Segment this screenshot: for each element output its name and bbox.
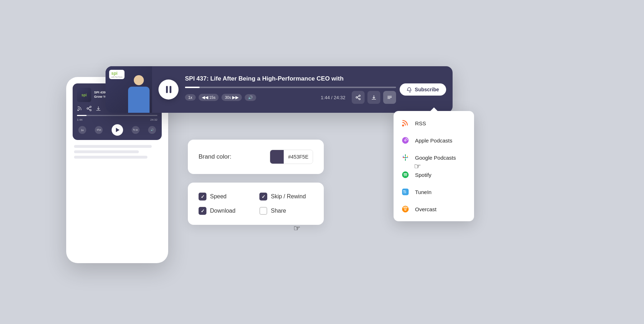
dropdown-item-tunein[interactable]: Ti TuneIn [394,183,474,200]
dropdown-item-rss[interactable]: RSS [394,115,474,132]
share-button[interactable] [352,91,365,104]
phone-text-lines [73,145,162,159]
phone-forward-button[interactable]: ↻15 [132,126,140,134]
rewind-control[interactable]: ◀◀ 15s [199,94,219,101]
phone-album-art: spi [77,88,91,102]
scene: spi SPI 439: The #1 Most Underrated Way … [0,0,644,324]
phone-share-icon [86,106,92,111]
subscribe-button[interactable]: Subscribe [400,83,446,96]
svg-rect-22 [403,157,405,158]
svg-line-10 [357,96,359,97]
phone-rss-icon [77,106,83,111]
spotify-label: Spotify [415,172,431,178]
svg-line-9 [357,98,359,99]
checkboxes-card: ✓ Speed ✓ Skip / Rewind ✓ Download [188,183,324,225]
phone-volume-button[interactable]: 🔊 [148,126,156,134]
checkbox-share-box[interactable] [259,207,267,215]
dropdown-item-spotify[interactable]: Spotify [394,166,474,183]
phone-speed-button[interactable]: 1x [78,126,86,134]
main-episode-title: SPI 437: Life After Being a High-Perform… [185,75,396,82]
dropdown-item-overcast[interactable]: Overcast [394,200,474,218]
phone-line-3 [74,156,147,159]
apple-podcasts-icon [401,136,410,145]
pause-icon [166,86,171,93]
tunein-label: TuneIn [415,189,431,195]
rss-icon [401,119,410,128]
host-body [128,87,150,113]
phone-current-time: 1:44 [77,118,83,121]
playlist-button[interactable] [383,91,396,104]
checkbox-skip-label: Skip / Rewind [271,193,306,200]
svg-line-5 [88,107,90,108]
svg-rect-18 [405,154,406,156]
checkbox-download-box[interactable]: ✓ [199,207,206,215]
checkbox-speed-label: Speed [210,193,226,200]
volume-control[interactable]: 🔊 [245,94,256,101]
download-button[interactable] [367,91,380,104]
dropdown-menu: RSS Apple Podcasts [394,111,474,221]
phone-progress-fill [77,115,87,116]
spotify-icon [401,170,410,179]
dropdown-arrow [430,107,438,111]
svg-point-14 [402,125,404,127]
svg-text:Ti: Ti [403,190,406,194]
dropdown-item-google[interactable]: Google Podcasts [394,149,474,166]
checkbox-share-label: Share [271,208,286,214]
checkbox-skip-box[interactable]: ✓ [259,193,267,200]
svg-point-24 [405,157,406,158]
spi-logo-sub: with Pat Flynn [111,76,122,78]
svg-point-0 [77,110,79,111]
google-podcasts-label: Google Podcasts [415,155,456,161]
cursor-share: ☞ [293,224,301,233]
phone-rewind-button[interactable]: ↺15 [95,126,103,134]
svg-point-17 [405,140,406,141]
svg-point-2 [87,108,88,109]
svg-point-6 [359,95,360,96]
player-action-icons [352,91,396,104]
phone-line-2 [74,150,139,153]
svg-point-1 [90,106,91,107]
host-head [134,75,144,85]
color-swatch[interactable] [270,150,284,164]
overcast-icon [401,204,410,214]
phone-progress-bar[interactable] [77,115,157,116]
phone-download-icon [96,106,101,111]
checkbox-speed-box[interactable]: ✓ [199,193,206,200]
main-player-content: SPI 437: Life After Being a High-Perform… [185,75,400,104]
google-podcasts-icon [401,153,410,162]
main-player: spi with Pat Flynn SPI 437: Life After B… [106,66,453,113]
rss-label: RSS [415,120,426,126]
checkbox-grid: ✓ Speed ✓ Skip / Rewind ✓ Download [199,193,313,215]
svg-rect-23 [406,157,408,158]
color-swatch-container[interactable]: #453F5E [270,150,313,164]
phone-line-1 [74,145,152,148]
svg-point-30 [405,209,406,210]
brand-color-label: Brand color: [199,153,263,160]
svg-rect-19 [405,159,406,161]
svg-point-8 [359,98,360,100]
brand-color-card: Brand color: #453F5E [188,140,324,174]
forward-control[interactable]: 30s ▶▶ [221,94,242,101]
svg-point-3 [90,110,91,111]
progress-container [185,87,396,88]
svg-line-4 [88,109,90,110]
dropdown-item-apple[interactable]: Apple Podcasts [394,132,474,149]
checkbox-skip-rewind: ✓ Skip / Rewind [259,193,313,200]
color-hex-value: #453F5E [284,150,313,164]
phone-play-icon [116,128,119,132]
main-progress-bar[interactable] [185,87,396,88]
subscribe-icon [407,87,413,92]
speed-control[interactable]: 1x [185,94,196,101]
phone-total-time: 24:32 [150,118,157,121]
phone-controls: 1x ↺15 ↻15 🔊 [77,124,157,136]
host-photo [125,72,152,113]
phone-time-row: 1:44 24:32 [77,118,157,121]
spi-logo-text: spi [111,71,122,76]
player-time: 1:44 / 24:32 [321,95,346,100]
checkbox-download: ✓ Download [199,207,252,215]
main-progress-fill [185,87,200,88]
phone-play-button[interactable] [112,124,123,136]
main-album-art: spi with Pat Flynn [106,66,152,113]
main-play-pause-button[interactable] [158,79,179,100]
svg-point-7 [356,97,357,98]
